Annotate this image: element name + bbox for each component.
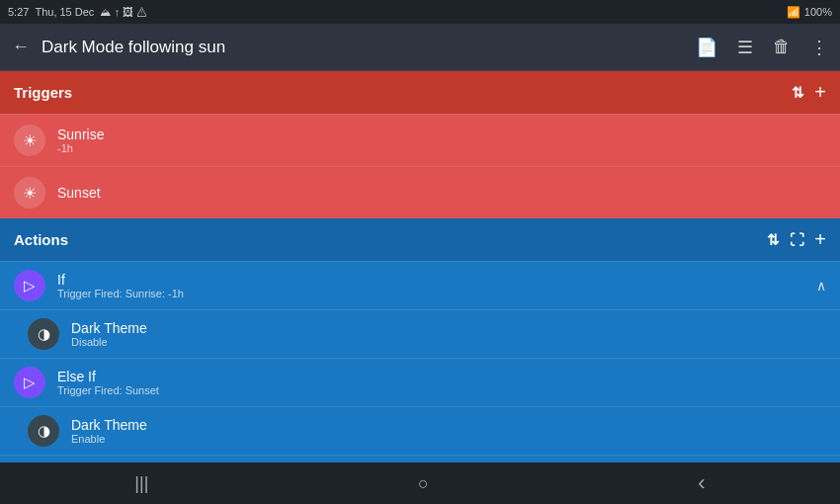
more-icon[interactable]: ⋮ (806, 33, 832, 62)
dark-theme-enable-text: Dark Theme Enable (71, 417, 147, 445)
else-if-text: Else If Trigger Fired: Sunset (57, 369, 159, 396)
else-if-sub: Trigger Fired: Sunset (57, 384, 159, 396)
sunrise-name: Sunrise (57, 126, 104, 142)
status-time: 5:27 (8, 6, 29, 18)
actions-section: Actions ⇅ ⛶ + ▷ If Trigger Fired: Sunris… (0, 218, 840, 462)
nav-menu-button[interactable]: ||| (111, 465, 172, 502)
dark-theme-disable-name: Dark Theme (71, 320, 147, 336)
sunset-text: Sunset (57, 185, 101, 201)
actions-label: Actions (14, 231, 68, 248)
doc-icon[interactable]: 📄 (692, 33, 721, 62)
battery-label: 100% (804, 6, 832, 18)
nav-bar: ||| ○ ‹ (0, 462, 840, 504)
status-left: 5:27 Thu, 15 Dec ⛰ ↑ 🖼 ⚠ (8, 6, 147, 18)
back-button[interactable]: ← (8, 33, 34, 61)
dark-theme-enable-icon: ◑ (28, 415, 59, 447)
sunset-name: Sunset (57, 185, 101, 201)
dark-theme-enable-name: Dark Theme (71, 417, 147, 433)
dark-theme-disable-text: Dark Theme Disable (71, 320, 147, 348)
actions-add-icon[interactable]: + (814, 228, 826, 251)
action-dark-theme-enable[interactable]: ◑ Dark Theme Enable (0, 406, 840, 455)
triggers-add-icon[interactable]: + (814, 81, 826, 104)
dark-theme-disable-icon: ◑ (28, 318, 59, 350)
status-date: Thu, 15 Dec (35, 6, 94, 18)
triggers-label: Triggers (14, 84, 72, 101)
trigger-sunrise[interactable]: ☀ Sunrise -1h (0, 114, 840, 166)
triggers-sort-icon[interactable]: ⇅ (792, 84, 804, 102)
sunset-icon: ☀ (14, 177, 45, 209)
else-if-name: Else If (57, 369, 159, 384)
action-else-if[interactable]: ▷ Else If Trigger Fired: Sunset (0, 358, 840, 406)
status-icons: ⛰ ↑ 🖼 ⚠ (100, 6, 147, 18)
triggers-actions: ⇅ + (792, 81, 826, 104)
triggers-section: Triggers ⇅ + ☀ Sunrise -1h ☀ Sunset (0, 71, 840, 218)
wifi-icon: 📶 (787, 6, 800, 19)
triggers-label-group: Triggers (14, 84, 72, 101)
page-title: Dark Mode following sun (42, 38, 684, 57)
else-if-icon: ▷ (14, 367, 45, 398)
dark-theme-enable-sub: Enable (71, 433, 147, 445)
nav-home-button[interactable]: ○ (394, 465, 453, 502)
action-if[interactable]: ▷ If Trigger Fired: Sunrise: -1h ∧ (0, 261, 840, 309)
list-icon[interactable]: ☰ (733, 33, 757, 62)
actions-expand-icon[interactable]: ⛶ (790, 231, 804, 248)
if-sub: Trigger Fired: Sunrise: -1h (57, 288, 184, 299)
actions-header: Actions ⇅ ⛶ + (0, 218, 840, 261)
top-bar: ← Dark Mode following sun 📄 ☰ 🗑 ⋮ (0, 24, 840, 71)
sunrise-icon: ☀ (14, 125, 45, 156)
sunrise-text: Sunrise -1h (57, 126, 104, 154)
nav-back-button[interactable]: ‹ (674, 462, 728, 504)
if-icon: ▷ (14, 270, 45, 301)
collapse-icon[interactable]: ∧ (816, 278, 826, 294)
actions-header-icons: ⇅ ⛶ + (767, 228, 826, 251)
main-content: Triggers ⇅ + ☀ Sunrise -1h ☀ Sunset Acti… (0, 71, 840, 462)
sunrise-sub: -1h (57, 142, 104, 154)
trigger-sunset[interactable]: ☀ Sunset (0, 166, 840, 218)
actions-sort-icon[interactable]: ⇅ (767, 231, 780, 249)
if-name: If (57, 272, 184, 288)
delete-icon[interactable]: 🗑 (769, 33, 795, 61)
status-bar: 5:27 Thu, 15 Dec ⛰ ↑ 🖼 ⚠ 📶 100% (0, 0, 840, 24)
action-end-if[interactable]: ▷ End If (0, 455, 840, 462)
triggers-header: Triggers ⇅ + (0, 71, 840, 114)
top-bar-actions: 📄 ☰ 🗑 ⋮ (692, 33, 832, 62)
action-dark-theme-disable[interactable]: ◑ Dark Theme Disable (0, 309, 840, 358)
if-text: If Trigger Fired: Sunrise: -1h (57, 272, 184, 299)
status-right: 📶 100% (787, 6, 832, 19)
dark-theme-disable-sub: Disable (71, 336, 147, 348)
